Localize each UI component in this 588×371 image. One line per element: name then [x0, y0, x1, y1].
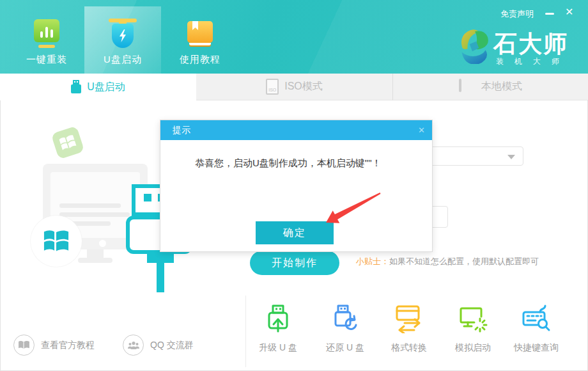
toolbar-item-usb-boot[interactable]: U盘启动	[84, 6, 161, 74]
toolbar-item-label: U盘启动	[84, 54, 161, 66]
mode-tabs: U盘启动 ISO ISO模式 本地模式	[0, 74, 588, 100]
tutorial-book-icon	[187, 20, 213, 47]
dialog-header: 提示 ✕	[160, 120, 432, 140]
minimize-button[interactable]	[545, 8, 558, 18]
tab-label: U盘启动	[87, 81, 125, 94]
monitor-stand	[87, 249, 104, 258]
format-convert-icon	[394, 304, 424, 333]
tool-label: 快捷键查询	[507, 342, 566, 354]
tool-label: 模拟启动	[444, 342, 502, 354]
shidashi-app-window: 一键重装 U盘启动 使用教程	[0, 0, 588, 371]
windows-tile-icon	[51, 126, 85, 160]
toolbar-item-label: 一键重装	[8, 54, 85, 66]
app-header: 一键重装 U盘启动 使用教程	[0, 0, 588, 74]
tip-text: 小贴士：如果不知道怎么配置，使用默认配置即可	[356, 256, 539, 267]
tool-simulate-boot[interactable]: 模拟启动	[444, 304, 502, 354]
tool-label: 格式转换	[380, 342, 438, 354]
tool-hotkey-query[interactable]: 快捷键查询	[507, 304, 566, 354]
lightning-icon	[118, 29, 127, 42]
tab-local-mode[interactable]: 本地模式	[393, 74, 588, 100]
windows-badge-icon	[31, 216, 82, 267]
tab-usb-boot[interactable]: U盘启动	[0, 74, 196, 100]
disclaimer-link[interactable]: 免责声明	[500, 8, 534, 20]
brand-name: 石大师	[493, 28, 568, 60]
simulate-boot-icon	[458, 304, 488, 333]
red-arrow-annotation	[316, 187, 387, 227]
toolbar-item-tutorial[interactable]: 使用教程	[162, 6, 238, 74]
brand-subtitle: 装机大师	[496, 56, 570, 67]
iso-file-icon: ISO	[266, 79, 279, 95]
start-make-button[interactable]: 开始制作	[250, 251, 339, 275]
reinstall-icon	[33, 19, 60, 48]
dialog-message: 恭喜您，启动U盘制作成功，本机启动键""！	[195, 157, 381, 170]
link-label: 查看官方教程	[41, 340, 95, 351]
toolbar-item-label: 使用教程	[162, 54, 238, 66]
tool-label: 还原 U 盘	[316, 342, 375, 354]
chevron-down-icon	[507, 155, 515, 159]
minimize-icon	[545, 13, 554, 15]
tab-label: ISO模式	[284, 80, 323, 93]
qq-group-link[interactable]: QQ 交流群	[123, 335, 194, 356]
monitor-icon	[459, 80, 476, 94]
shidashi-logo-icon	[456, 28, 491, 64]
tool-label: 升级 U 盘	[249, 342, 307, 354]
qq-group-icon	[123, 335, 144, 356]
toolbar-item-reinstall[interactable]: 一键重装	[8, 6, 85, 74]
book-icon	[13, 335, 35, 356]
tool-format-convert[interactable]: 格式转换	[380, 304, 438, 354]
brand-logo: 石大师 装机大师	[456, 28, 491, 67]
link-label: QQ 交流群	[150, 340, 194, 351]
upgrade-usb-icon	[263, 304, 293, 333]
tool-upgrade-usb[interactable]: 升级 U 盘	[249, 304, 307, 354]
tip-label: 小贴士：	[356, 257, 389, 266]
tab-iso-mode[interactable]: ISO ISO模式	[196, 74, 393, 100]
footer-divider	[245, 296, 246, 367]
official-tutorial-link[interactable]: 查看官方教程	[13, 335, 95, 356]
usb-pin	[144, 194, 151, 201]
tool-restore-usb[interactable]: 还原 U 盘	[316, 304, 375, 354]
usb-drive-icon	[71, 80, 81, 94]
restore-usb-icon	[330, 304, 360, 333]
usb-boot-icon	[108, 17, 137, 49]
dialog-title: 提示	[173, 125, 190, 135]
tab-label: 本地模式	[481, 80, 522, 93]
dialog-close-icon[interactable]: ✕	[418, 120, 425, 140]
hotkey-query-icon	[522, 304, 551, 333]
monitor-base	[78, 258, 112, 263]
prompt-dialog: 提示 ✕ 恭喜您，启动U盘制作成功，本机启动键""！ 确定	[160, 120, 433, 252]
usb-cable	[157, 262, 164, 292]
close-button[interactable]: ✕	[565, 6, 573, 18]
